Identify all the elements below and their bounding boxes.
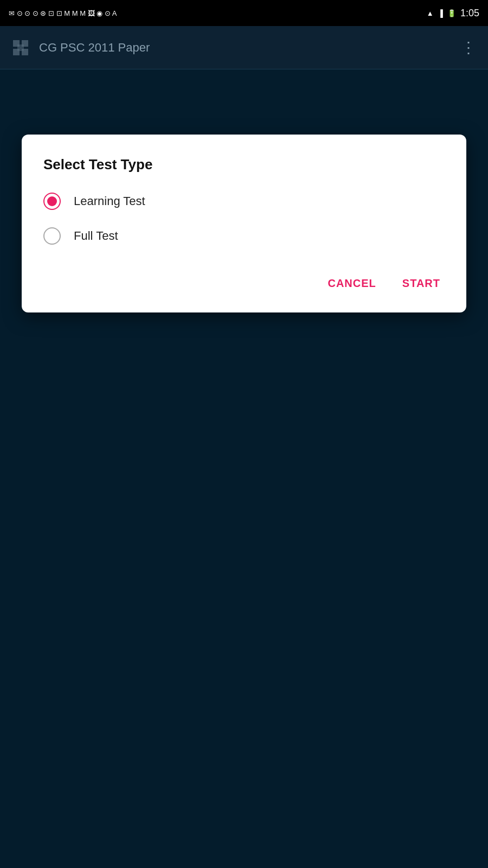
app-logo-icon [11,38,30,58]
main-content: Select Test Type Learning Test Full Test… [0,69,488,868]
wifi-icon: ▲ [427,9,434,17]
notification-icons: ✉ ⊙ ⊙ ⊙ ⊛ ⊡ ⊡ M M M 🖼 ◉ ⊙ A [9,9,117,17]
svg-rect-4 [17,44,24,51]
app-bar-title: CG PSC 2011 Paper [39,41,461,55]
learning-test-radio[interactable] [43,193,61,210]
status-bar: ✉ ⊙ ⊙ ⊙ ⊛ ⊡ ⊡ M M M 🖼 ◉ ⊙ A ▲ ▐ 🔋 1:05 [0,0,488,26]
learning-test-option[interactable]: Learning Test [43,193,445,210]
select-test-type-dialog: Select Test Type Learning Test Full Test… [22,135,466,312]
dialog-actions: CANCEL START [43,262,445,296]
battery-icon: 🔋 [447,9,456,17]
cancel-button[interactable]: CANCEL [323,271,380,296]
more-options-icon[interactable]: ⋮ [461,39,477,56]
app-bar: CG PSC 2011 Paper ⋮ [0,26,488,69]
full-test-label: Full Test [74,229,118,243]
status-time: 1:05 [460,8,479,19]
status-bar-left: ✉ ⊙ ⊙ ⊙ ⊛ ⊡ ⊡ M M M 🖼 ◉ ⊙ A [9,9,117,17]
learning-test-label: Learning Test [74,194,145,208]
status-bar-right: ▲ ▐ 🔋 1:05 [427,8,479,19]
start-button[interactable]: START [398,271,445,296]
dialog-title: Select Test Type [43,156,445,173]
full-test-option[interactable]: Full Test [43,227,445,245]
signal-icon: ▐ [438,9,443,17]
full-test-radio[interactable] [43,227,61,245]
